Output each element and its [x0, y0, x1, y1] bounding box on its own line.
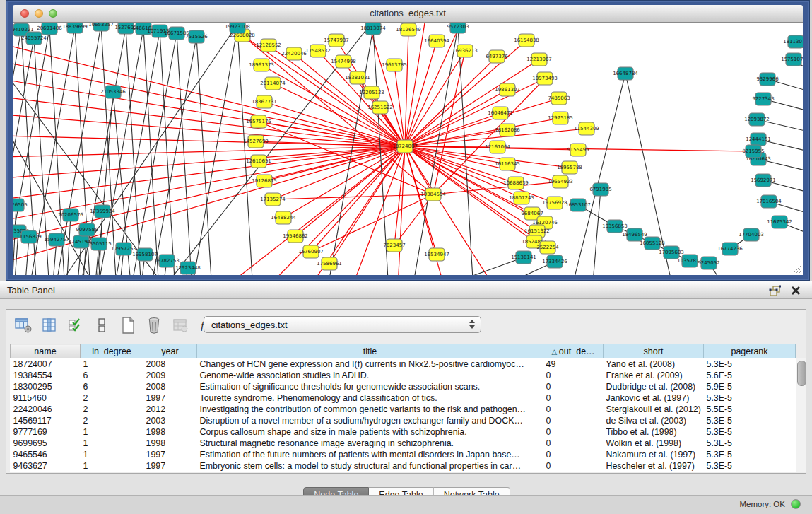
new-column-icon[interactable]: [118, 315, 138, 335]
graph-node[interactable]: 15942757: [44, 233, 69, 246]
graph-node[interactable]: 2522254: [536, 241, 559, 254]
graph-node[interactable]: 7485063: [548, 92, 570, 105]
graph-node[interactable]: 9572303: [447, 23, 469, 33]
graph-node[interactable]: 12444151: [746, 133, 771, 146]
graph-node[interactable]: 10688639: [503, 177, 529, 189]
graph-node[interactable]: 10653257: [88, 23, 114, 31]
graph-node[interactable]: 9245052: [698, 257, 719, 269]
graph-node[interactable]: 14527699: [243, 135, 269, 148]
graph-node[interactable]: 18813074: [360, 23, 386, 35]
float-panel-icon[interactable]: [768, 284, 782, 297]
graph-node[interactable]: 19356853: [602, 220, 628, 233]
table-row[interactable]: 977716911998Corpus callosum shape and si…: [11, 426, 796, 438]
graph-node[interactable]: 15751074: [781, 53, 803, 66]
delete-column-icon[interactable]: [144, 315, 164, 335]
column-header-out_de[interactable]: △ out_de…: [543, 344, 604, 358]
table-row[interactable]: 1830029562008Estimation of significance …: [11, 381, 796, 392]
graph-node[interactable]: 19126815: [252, 175, 277, 187]
graph-node[interactable]: 19613785: [382, 59, 407, 71]
delete-table-icon[interactable]: [170, 315, 190, 335]
graph-node[interactable]: 7515526: [185, 30, 208, 43]
memory-status-icon[interactable]: [791, 499, 801, 509]
graph-node[interactable]: 12610651: [246, 155, 271, 168]
graph-node[interactable]: 9227343: [752, 93, 774, 105]
column-header-in_degree[interactable]: in_degree: [81, 344, 143, 358]
graph-node[interactable]: 19756928: [542, 197, 567, 209]
close-panel-icon[interactable]: [789, 284, 802, 297]
column-header-title[interactable]: title: [197, 344, 543, 358]
graph-node[interactable]: 15136141: [511, 251, 536, 264]
graph-node-label: 17704003: [739, 232, 764, 238]
graph-node[interactable]: 18839699: [62, 23, 88, 33]
network-canvas[interactable]: 1872400718961373201140741836773119575176…: [13, 23, 803, 275]
resize-grip-icon[interactable]: [792, 264, 801, 274]
table-mode-icon[interactable]: [13, 315, 33, 335]
graph-node[interactable]: 7623457: [383, 239, 405, 252]
table-selector-combo[interactable]: citations_edges.txt: [204, 316, 481, 333]
graph-node[interactable]: 16488244: [271, 211, 296, 224]
table-row[interactable]: 969969511998Structural magnetic resonanc…: [11, 438, 796, 449]
table-row[interactable]: 1938455462009Genome-wide association stu…: [11, 370, 796, 381]
table-row[interactable]: 1872400712008Changes of HCN gene express…: [11, 358, 796, 370]
table-row[interactable]: 2242004622012Investigating the contribut…: [11, 404, 796, 415]
graph-node[interactable]: 18955788: [557, 161, 582, 174]
show-columns-icon[interactable]: [40, 315, 59, 335]
graph-node[interactable]: 18961373: [249, 59, 274, 71]
column-header-short[interactable]: short: [604, 344, 704, 358]
graph-node-label: 18807243: [509, 195, 534, 201]
graph-node[interactable]: 16154838: [514, 34, 539, 47]
graph-node[interactable]: 16648784: [613, 67, 638, 80]
column-header-pagerank[interactable]: pagerank: [704, 344, 796, 358]
graph-node[interactable]: 2526505: [13, 199, 28, 211]
graph-node[interactable]: 9097588: [76, 223, 98, 236]
column-header-year[interactable]: year: [143, 344, 197, 358]
scrollbar-thumb[interactable]: [797, 361, 806, 386]
column-header-name[interactable]: name: [11, 344, 81, 358]
table-scrollbar[interactable]: [796, 358, 806, 472]
select-columns-icon[interactable]: [66, 315, 86, 335]
graph-node[interactable]: 12161064: [485, 141, 510, 153]
graph-node[interactable]: 12093872: [744, 113, 770, 126]
graph-node[interactable]: 15474998: [331, 55, 356, 68]
graph-node[interactable]: 18126549: [396, 23, 421, 36]
table-row[interactable]: 1456911722003Disruption of a novel membe…: [11, 415, 796, 426]
graph-node[interactable]: 16116345: [495, 158, 520, 170]
graph-node[interactable]: 11675342: [767, 216, 792, 228]
graph-node[interactable]: 19546862: [283, 230, 308, 243]
graph-node[interactable]: 15747937: [324, 34, 349, 47]
graph-node[interactable]: 17016504: [756, 195, 782, 208]
network-window-titlebar[interactable]: citations_edges.txt: [13, 5, 803, 23]
graph-node[interactable]: 16251622: [367, 101, 393, 114]
graph-node[interactable]: 15692971: [751, 174, 776, 187]
graph-node[interactable]: 17548532: [305, 45, 331, 57]
table-row[interactable]: 911546021997Tourette syndrome. Phenomeno…: [11, 392, 796, 404]
table-cell: 2: [81, 392, 143, 404]
graph-node[interactable]: 17135274: [260, 193, 286, 206]
graph-node[interactable]: 18367731: [252, 95, 277, 108]
graph-node[interactable]: 9329966: [756, 73, 779, 86]
graph-node[interactable]: 8215955: [742, 145, 764, 158]
row-format-icon[interactable]: [92, 315, 112, 335]
graph-node[interactable]: 20206576: [58, 209, 83, 221]
graph-node[interactable]: 16853107: [565, 199, 591, 211]
graph-node[interactable]: 16640394: [424, 35, 449, 47]
graph-node[interactable]: 16774236: [717, 243, 743, 255]
graph-node[interactable]: 9155499: [567, 144, 589, 156]
graph-node[interactable]: 18113074: [783, 35, 803, 48]
table-row[interactable]: 946362711997Embryonic stem cells: a mode…: [11, 460, 796, 472]
graph-node[interactable]: 22420046: [281, 47, 307, 60]
graph-node[interactable]: 16534947: [424, 248, 449, 261]
table-row[interactable]: 946554611997Estimation of the future num…: [11, 449, 796, 460]
graph-node[interactable]: 17586961: [317, 257, 342, 270]
graph-node[interactable]: 12975185: [548, 112, 573, 124]
graph-node[interactable]: 18381031: [345, 71, 370, 84]
graph-node[interactable]: 11544309: [574, 122, 599, 135]
graph-node[interactable]: 6791985: [589, 183, 611, 196]
graph-node[interactable]: 12213967: [526, 53, 552, 66]
graph-node[interactable]: 17704003: [739, 228, 764, 241]
graph-node[interactable]: 6497376: [486, 50, 508, 63]
graph-node-label: 6497376: [486, 54, 508, 59]
graph-node[interactable]: 16936213: [452, 45, 478, 57]
graph-node[interactable]: 16046471: [488, 107, 513, 119]
graph-node[interactable]: 19654923: [548, 175, 573, 188]
